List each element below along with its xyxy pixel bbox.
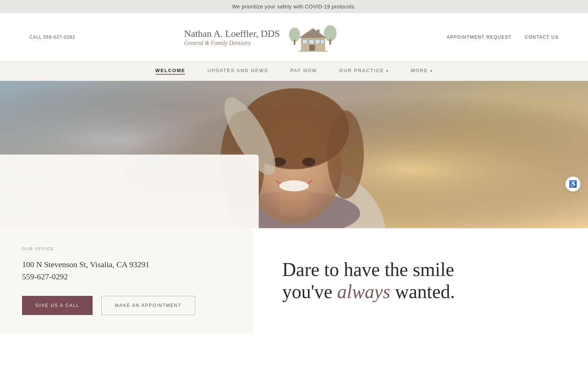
make-appointment-button[interactable]: MAKE AN APPOINTMENT	[101, 296, 195, 315]
info-buttons: GIVE US A CALL MAKE AN APPOINTMENT	[22, 296, 231, 315]
svg-point-0	[289, 28, 300, 42]
logo-house-icon	[287, 21, 338, 54]
svg-rect-8	[315, 40, 320, 44]
address-line1: 100 N Stevenson St, Visalia, CA 93291	[22, 260, 150, 269]
svg-point-23	[302, 158, 315, 166]
svg-rect-9	[320, 40, 324, 44]
tagline-part2: you've	[282, 281, 337, 302]
header: CALL 559-627-0292 Nathan A. Loeffler, DD…	[0, 13, 588, 61]
phone-label[interactable]: CALL 559-627-0292	[29, 35, 75, 40]
tagline-part1: Dare to have the smile	[282, 259, 454, 280]
info-section: OUR OFFICE 100 N Stevenson St, Visalia, …	[0, 228, 588, 333]
office-label: OUR OFFICE	[22, 247, 231, 251]
svg-rect-3	[329, 39, 331, 45]
tagline-italic: always	[337, 281, 390, 302]
accessibility-button[interactable]: ♿	[565, 176, 581, 192]
main-nav: WELCOME UPDATES AND NEWS PAY NOW OUR PRA…	[0, 61, 588, 81]
tagline-part3: wanted.	[390, 281, 455, 302]
logo-name: Nathan A. Loeffler, DDS	[184, 28, 280, 39]
nav-item-pay-now[interactable]: PAY NOW	[290, 68, 317, 75]
nav-item-our-practice[interactable]: OUR PRACTICE	[339, 68, 389, 75]
appointment-request-link[interactable]: APPOINTMENT REQUEST	[447, 35, 512, 40]
office-address: 100 N Stevenson St, Visalia, CA 93291 55…	[22, 258, 231, 283]
banner-text: We prioritize your safety with COVID-19 …	[232, 4, 356, 10]
tagline-text: Dare to have the smile you've always wan…	[282, 259, 559, 303]
info-overlay	[0, 155, 259, 228]
svg-rect-6	[302, 40, 307, 44]
address-phone: 559-627-0292	[22, 272, 68, 281]
office-info-panel: OUR OFFICE 100 N Stevenson St, Visalia, …	[0, 228, 253, 333]
nav-item-welcome[interactable]: WELCOME	[155, 68, 186, 75]
svg-marker-5	[299, 28, 327, 38]
svg-rect-12	[298, 51, 327, 52]
logo-text-block: Nathan A. Loeffler, DDS General & Family…	[184, 28, 280, 46]
svg-rect-10	[309, 45, 315, 51]
top-banner: We prioritize your safety with COVID-19 …	[0, 0, 588, 13]
hero-overlay	[0, 81, 588, 228]
logo-link[interactable]: Nathan A. Loeffler, DDS General & Family…	[184, 21, 338, 54]
give-us-a-call-button[interactable]: GIVE US A CALL	[22, 296, 93, 315]
nav-item-more[interactable]: MORE	[411, 68, 433, 75]
hero-section	[0, 81, 588, 228]
accessibility-icon: ♿	[569, 180, 577, 188]
svg-point-21	[327, 110, 364, 199]
logo-sub: General & Family Dentistry	[184, 40, 280, 46]
contact-us-link[interactable]: CONTACT US	[525, 35, 559, 40]
svg-rect-1	[294, 40, 295, 45]
tagline-panel: Dare to have the smile you've always wan…	[253, 228, 588, 333]
svg-rect-7	[309, 40, 313, 44]
nav-item-updates[interactable]: UPDATES AND NEWS	[207, 68, 268, 75]
svg-rect-11	[317, 29, 319, 35]
svg-point-24	[279, 180, 309, 191]
header-nav: APPOINTMENT REQUEST CONTACT US	[447, 35, 559, 40]
